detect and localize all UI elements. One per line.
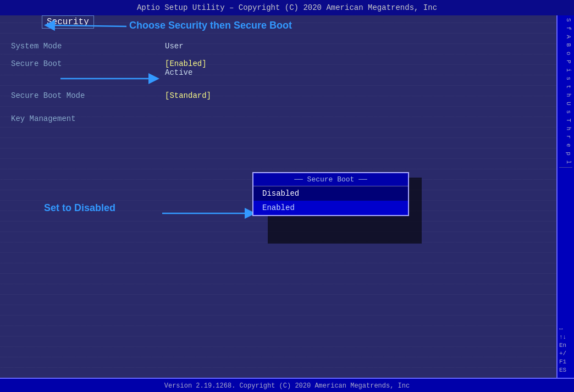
sidebar-key-f1: F1 — [559, 358, 572, 365]
secure-boot-active: Active — [165, 68, 207, 77]
sidebar-key-esc: ES — [559, 367, 572, 373]
title-text: Aptio Setup Utility – Copyright (C) 2020… — [137, 3, 437, 12]
active-tab-label[interactable]: Security — [42, 15, 94, 29]
secure-boot-label: Secure Boot — [11, 59, 165, 68]
sidebar-key-enter: En — [559, 342, 572, 349]
secure-boot-popup[interactable]: Secure Boot Disabled Enabled — [252, 172, 409, 216]
sidebar-help-text: S f A B o P i s t h U s T h r e p l — [559, 18, 572, 164]
secure-boot-enabled-value: [Enabled] — [165, 59, 207, 68]
content-area: Security System Mode User Secure Boot [E… — [0, 15, 556, 378]
system-mode-row: System Mode User — [0, 38, 556, 54]
right-sidebar: S f A B o P i s t h U s T h r e p l ↔ ↑↓… — [556, 15, 574, 378]
sidebar-key-select: ↔ — [559, 325, 572, 332]
bottom-bar: Version 2.19.1268. Copyright (C) 2020 Am… — [0, 378, 574, 392]
key-management-label: Key Management — [11, 114, 165, 123]
bottom-bar-text: Version 2.19.1268. Copyright (C) 2020 Am… — [164, 382, 410, 390]
secure-boot-mode-label: Secure Boot Mode — [11, 91, 165, 100]
secure-boot-row[interactable]: Secure Boot [Enabled] Active — [0, 56, 556, 80]
system-mode-label: System Mode — [11, 42, 165, 51]
secure-boot-values: [Enabled] Active — [165, 59, 207, 77]
annotation-disabled-text: Set to Disabled — [44, 202, 115, 214]
popup-option-enabled[interactable]: Enabled — [253, 201, 408, 215]
annotation-security-text: Choose Security then Secure Boot — [129, 20, 292, 31]
main-layout: Security System Mode User Secure Boot [E… — [0, 15, 574, 378]
popup-option-disabled[interactable]: Disabled — [253, 186, 408, 201]
key-management-row[interactable]: Key Management — [0, 111, 556, 126]
popup-title: Secure Boot — [253, 173, 408, 186]
sidebar-key-change: +/ — [559, 350, 572, 357]
sidebar-keys: ↔ ↑↓ En +/ F1 ES — [559, 325, 572, 375]
system-mode-value: User — [165, 42, 184, 51]
title-bar: Aptio Setup Utility – Copyright (C) 2020… — [0, 0, 574, 15]
menu-rows: System Mode User Secure Boot [Enabled] A… — [0, 38, 556, 126]
secure-boot-mode-value: [Standard] — [165, 91, 211, 100]
sidebar-key-navigate: ↑↓ — [559, 334, 572, 340]
sidebar-separator — [559, 167, 572, 168]
secure-boot-mode-row[interactable]: Secure Boot Mode [Standard] — [0, 88, 556, 103]
